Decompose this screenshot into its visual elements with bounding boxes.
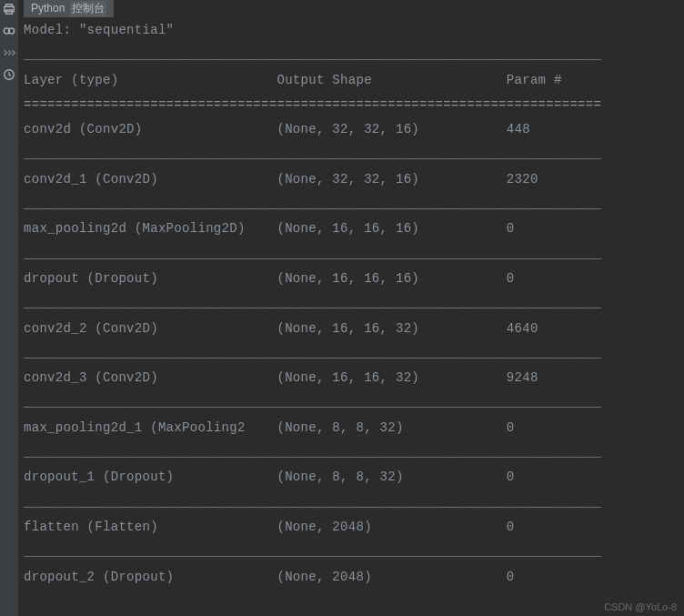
tab-lang-label: Python — [31, 2, 65, 15]
tab-console-label: 控制台 — [70, 1, 106, 16]
tab-python-console[interactable]: Python 控制台 — [24, 0, 114, 17]
console-output[interactable]: Model: "sequential" ____________________… — [24, 18, 679, 590]
print-icon[interactable] — [2, 2, 16, 16]
chevrons-icon[interactable] — [2, 45, 16, 60]
watermark: CSDN @YoLo-8 — [604, 601, 677, 612]
clock-icon[interactable] — [2, 67, 16, 82]
loop-icon[interactable] — [2, 24, 16, 38]
left-toolbar — [0, 0, 18, 616]
console-panel: Python 控制台 Model: "sequential" _________… — [18, 0, 684, 616]
tab-bar: Python 控制台 — [24, 0, 679, 16]
